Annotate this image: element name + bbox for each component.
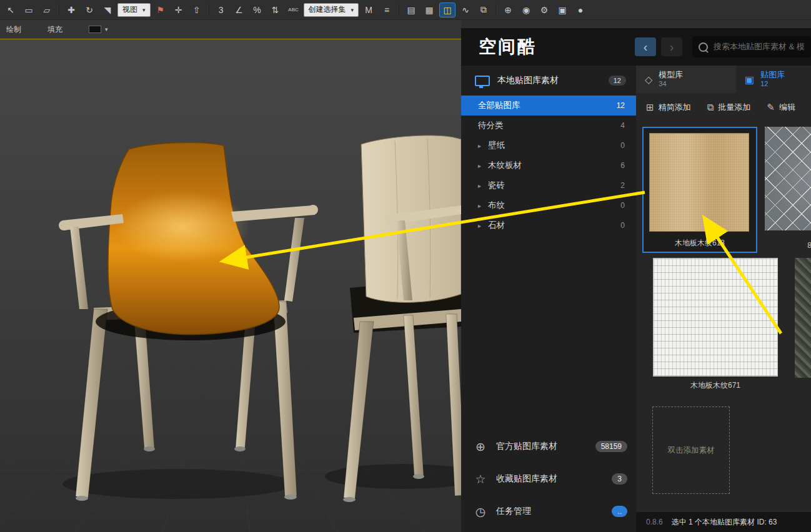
select-tool-icon[interactable]: ↖ (2, 2, 19, 17)
herringbone-texture-image (795, 258, 811, 378)
version-label: 0.8.6 (646, 518, 663, 526)
texture-thumbnail[interactable]: 木地板木纹671 (653, 258, 778, 394)
chevron-right-icon[interactable]: ▸ (478, 182, 488, 189)
rendered-frame-icon[interactable]: ▣ (554, 2, 570, 17)
toolbar-separator (209, 4, 209, 16)
keyboard-shortcut-icon[interactable]: ABC (286, 2, 302, 17)
category-count: 2 (620, 181, 625, 190)
3d-viewport[interactable] (0, 39, 461, 532)
category-all[interactable]: 全部贴图库 12 (461, 96, 636, 116)
batch-add-button[interactable]: ⧉ 批量添加 (707, 102, 751, 113)
category-count: 0 (620, 201, 625, 210)
edit-button[interactable]: ✎ 编辑 (767, 102, 795, 113)
snap-toggle-icon[interactable]: 3 (213, 2, 229, 17)
material-editor-icon[interactable]: ◉ (518, 2, 534, 17)
local-library-label: 本地贴图库素材 (497, 75, 559, 86)
chevron-right-icon[interactable]: ▸ (478, 142, 488, 149)
pin-icon[interactable]: ⚑ (152, 2, 169, 17)
wood-texture-image (649, 133, 749, 232)
search-input[interactable]: 搜索本地贴图库素材 & 模 (692, 36, 811, 57)
caret-down-icon: ▾ (351, 7, 354, 13)
ribbon-icon[interactable]: ▦ (421, 2, 437, 17)
rectangular-selection-icon[interactable]: ▭ (21, 2, 37, 17)
quick-add-button[interactable]: ⊞ 精简添加 (646, 102, 691, 113)
local-library-count-badge: 12 (609, 76, 626, 86)
favorites-library-item[interactable]: ☆ 收藏贴图库素材 3 (461, 465, 636, 493)
local-library-header[interactable]: 本地贴图库素材 12 (461, 66, 636, 96)
main-toolbar: ↖ ▭ ▱ ✚ ↻ ◥ 视图 ▾ ⚑ ✛ ⇧ 3 ∠ % ⇅ ABC 创建选择集… (0, 0, 811, 20)
color-swatch[interactable] (89, 26, 101, 33)
cube-icon: ◇ (645, 74, 652, 86)
schematic-view-icon[interactable]: ⧉ (475, 2, 492, 17)
curve-editor-icon[interactable]: ∿ (457, 2, 474, 17)
tab-texture-library[interactable]: ▣ 贴图库 12 (736, 66, 811, 93)
action-bar: ⊞ 精简添加 ⧉ 批量添加 ✎ 编辑 (636, 93, 811, 122)
category-fabric[interactable]: ▸ 布纹 0 (461, 195, 636, 215)
plugin-window-icon[interactable]: ◫ (439, 2, 455, 17)
caret-down-icon[interactable]: ▾ (105, 26, 108, 32)
official-library-item[interactable]: ⊕ 官方贴图库素材 58159 (461, 433, 636, 460)
move-tool-icon[interactable]: ✚ (63, 2, 79, 17)
tab-model-library[interactable]: ◇ 模型库 34 (636, 66, 736, 93)
star-icon: ☆ (474, 472, 487, 486)
texture-thumbnail-selected[interactable]: 木地板木纹613 (642, 127, 757, 253)
percent-snap-icon[interactable]: % (249, 2, 266, 17)
paste-icon[interactable]: ▱ (39, 2, 55, 17)
forward-button[interactable]: › (661, 37, 682, 56)
stack-icon: ⧉ (707, 102, 714, 113)
scale-tool-icon[interactable]: ◥ (99, 2, 116, 17)
category-label: 石材 (488, 220, 505, 231)
picture-icon: ▣ (745, 74, 754, 86)
category-wallpaper[interactable]: ▸ 壁纸 0 (461, 135, 636, 155)
category-wood-panel[interactable]: ▸ 木纹板材 6 (461, 155, 636, 175)
tab-label: 贴图库 (760, 71, 785, 80)
eject-icon[interactable]: ⇧ (189, 2, 205, 17)
search-icon (699, 42, 708, 52)
render-setup-icon[interactable]: ⚙ (536, 2, 552, 17)
draw-tab[interactable]: 绘制 (6, 24, 21, 35)
chevron-right-icon[interactable]: ▸ (478, 162, 488, 169)
toolbar-separator (399, 4, 399, 16)
category-tile[interactable]: ▸ 瓷砖 2 (461, 175, 636, 195)
category-count: 0 (620, 141, 625, 150)
texture-thumbnail[interactable] (795, 258, 811, 383)
library-content: ◇ 模型库 34 ▣ 贴图库 12 ⊞ 精简添加 ⧉ 批量添加 (636, 66, 811, 532)
spinner-snap-icon[interactable]: ⇅ (267, 2, 284, 17)
category-count: 4 (620, 121, 625, 130)
toolbar-separator (59, 4, 59, 16)
align-icon[interactable]: ≡ (379, 2, 395, 17)
texture-thumbnail[interactable]: 86273 (765, 127, 811, 253)
view-dropdown[interactable]: 视图 ▾ (117, 3, 151, 17)
render-globe-icon[interactable]: ⊕ (500, 2, 516, 17)
search-placeholder: 搜索本地贴图库素材 & 模 (714, 41, 805, 52)
angle-snap-icon[interactable]: ∠ (231, 2, 247, 17)
render-icon[interactable]: ● (572, 2, 589, 17)
task-manager-item[interactable]: ◷ 任务管理 .. (461, 498, 636, 525)
panel-header: 空间酷 ‹ › 搜索本地贴图库素材 & 模 (461, 28, 811, 66)
chevron-right-icon[interactable]: ▸ (478, 202, 488, 209)
layer-manager-icon[interactable]: ▤ (403, 2, 419, 17)
panel-title: 空间酷 (479, 35, 537, 59)
add-material-dropzone[interactable]: 双击添加素材 (652, 406, 730, 494)
add-cross-icon[interactable]: ✛ (171, 2, 187, 17)
category-sidebar: 本地贴图库素材 12 全部贴图库 12 待分类 4 ▸ 壁纸 0 ▸ 木纹板材 … (461, 66, 636, 532)
fill-tab[interactable]: 填充 (47, 24, 62, 35)
category-stone[interactable]: ▸ 石材 0 (461, 215, 636, 235)
tab-label: 模型库 (659, 71, 683, 80)
mirror-icon[interactable]: M (361, 2, 377, 17)
category-uncategorized[interactable]: 待分类 4 (461, 116, 636, 135)
viewport-scene (0, 39, 461, 532)
sub-toolbar: 绘制 填充 ▾ (0, 20, 461, 39)
official-library-label: 官方贴图库素材 (496, 441, 557, 452)
rotate-tool-icon[interactable]: ↻ (81, 2, 97, 17)
dropzone-hint: 双击添加素材 (668, 445, 715, 456)
panel-status-bar: 0.8.6 选中 1 个本地贴图库素材 ID: 63 (636, 512, 811, 532)
quick-add-label: 精简添加 (659, 102, 691, 113)
selection-set-dropdown[interactable]: 创建选择集 ▾ (304, 3, 359, 17)
back-button[interactable]: ‹ (635, 37, 656, 56)
chevron-right-icon[interactable]: ▸ (478, 222, 488, 229)
globe-icon: ⊕ (474, 440, 487, 454)
task-manager-label: 任务管理 (496, 506, 531, 517)
batch-add-label: 批量添加 (718, 102, 750, 113)
texture-name: 86273 (765, 241, 811, 250)
